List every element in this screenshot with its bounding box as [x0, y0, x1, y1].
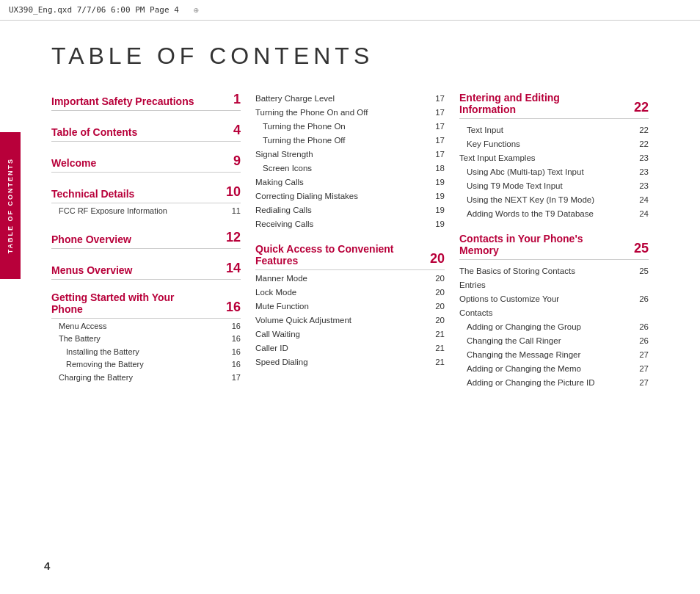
toc-item-add-memo-label: Adding or Changing the Memo — [467, 362, 635, 376]
toc-item-add-memo-page: 27 — [635, 362, 649, 376]
section-phone-overview-label: Phone Overview — [51, 233, 131, 245]
toc-item-menu-access: Menu Access 16 — [51, 320, 241, 333]
toc-item-t9-database: Adding Words to the T9 Database 24 — [459, 207, 649, 221]
toc-item-making-calls: Making Calls 19 — [255, 175, 445, 189]
toc-item-options-customize-page: 26 — [635, 292, 649, 320]
section-quick-access-label: Quick Access to ConvenientFeatures — [255, 243, 394, 267]
toc-item-abc-label: Using Abc (Multi-tap) Text Input — [467, 165, 635, 179]
section-welcome-page: 9 — [233, 153, 241, 169]
col3: Entering and EditingInformation 22 Text … — [459, 92, 663, 393]
toc-item-add-group-page: 26 — [635, 320, 649, 334]
toc-item-add-group-label: Adding or Changing the Group — [467, 320, 635, 334]
page-title: TABLE OF CONTENTS — [51, 43, 663, 70]
toc-item-msg-ringer: Changing the Message Ringer 27 — [459, 348, 649, 362]
main-content: TABLE OF CONTENTS Important Safety Preca… — [22, 21, 685, 594]
toc-item-redialing-label: Redialing Calls — [255, 203, 431, 217]
toc-item-correcting-page: 19 — [431, 189, 445, 203]
toc-item-text-examples: Text Input Examples 23 — [459, 151, 649, 165]
toc-item-call-ringer-page: 26 — [635, 334, 649, 348]
toc-item-abc: Using Abc (Multi-tap) Text Input 23 — [459, 165, 649, 179]
toc-item-t9: Using T9 Mode Text Input 23 — [459, 179, 649, 193]
section-contacts-heading: Contacts in Your Phone'sMemory 25 — [459, 233, 649, 260]
toc-item-key-functions-label: Key Functions — [467, 137, 635, 151]
section-safety-page: 1 — [233, 92, 241, 107]
header-bar: UX390_Eng.qxd 7/7/06 6:00 PM Page 4 ⊕ — [0, 0, 700, 21]
toc-item-screen-icons-page: 18 — [431, 162, 445, 175]
toc-item-making-calls-page: 19 — [431, 175, 445, 189]
section-entering: Entering and EditingInformation 22 Text … — [459, 92, 649, 221]
toc-item-fcc-page: 11 — [226, 205, 241, 218]
toc-item-menu-access-page: 16 — [226, 320, 241, 333]
toc-item-basics-storing-page: 25 — [635, 264, 649, 292]
toc-item-battery-label: The Battery — [59, 333, 226, 346]
toc-item-removing-battery: Removing the Battery 16 — [51, 358, 241, 372]
toc-item-lock-label: Lock Mode — [255, 286, 431, 300]
toc-item-options-customize: Options to Customize YourContacts 26 — [459, 292, 649, 320]
toc-item-battery-charge-label: Battery Charge Level — [255, 92, 431, 106]
toc-item-fcc: FCC RF Exposure Information 11 — [51, 205, 241, 218]
toc-item-abc-page: 23 — [635, 165, 649, 179]
sidebar-tab: TABLE OF CONTENTS — [0, 132, 21, 279]
toc-item-charging-battery-page: 17 — [226, 372, 241, 385]
section-toc-heading: Table of Contents 4 — [51, 123, 241, 142]
section-entering-page: 22 — [634, 100, 649, 115]
toc-item-volume: Volume Quick Adjustment 20 — [255, 314, 445, 327]
toc-item-charging-battery: Charging the Battery 17 — [51, 372, 241, 385]
toc-item-next-key-label: Using the NEXT Key (In T9 Mode) — [467, 193, 635, 207]
toc-item-speed-dialing-label: Speed Dialing — [255, 355, 431, 369]
toc-item-battery-charge: Battery Charge Level 17 — [255, 92, 445, 106]
toc-item-removing-battery-label: Removing the Battery — [66, 358, 226, 372]
toc-item-text-examples-page: 23 — [635, 151, 649, 165]
toc-item-t9-page: 23 — [635, 179, 649, 193]
toc-item-fcc-label: FCC RF Exposure Information — [59, 205, 226, 218]
section-getting-started-heading: Getting Started with YourPhone 16 — [51, 291, 241, 319]
toc-item-receiving-page: 19 — [431, 217, 445, 231]
section-toc: Table of Contents 4 — [51, 123, 241, 142]
col2: Battery Charge Level 17 Turning the Phon… — [255, 92, 459, 393]
toc-item-lock-page: 20 — [431, 286, 445, 300]
section-safety-label: Important Safety Precautions — [51, 95, 194, 107]
toc-item-caller-id: Caller ID 21 — [255, 341, 445, 355]
toc-item-next-key-page: 24 — [635, 193, 649, 207]
toc-item-text-input-label: Text Input — [467, 123, 635, 137]
toc-item-key-functions: Key Functions 22 — [459, 137, 649, 151]
section-contacts-label: Contacts in Your Phone'sMemory — [459, 233, 583, 256]
toc-item-receiving: Receiving Calls 19 — [255, 217, 445, 231]
toc-item-text-input-page: 22 — [635, 123, 649, 137]
toc-item-options-customize-label: Options to Customize YourContacts — [459, 292, 635, 320]
toc-item-call-ringer: Changing the Call Ringer 26 — [459, 334, 649, 348]
toc-item-manner: Manner Mode 20 — [255, 272, 445, 286]
toc-item-add-group: Adding or Changing the Group 26 — [459, 320, 649, 334]
toc-item-t9-database-page: 24 — [635, 207, 649, 221]
toc-item-speed-dialing-page: 21 — [431, 355, 445, 369]
toc-item-call-waiting: Call Waiting 21 — [255, 327, 445, 341]
section-welcome-heading: Welcome 9 — [51, 153, 241, 173]
section-getting-started-page: 16 — [226, 300, 241, 315]
section-welcome: Welcome 9 — [51, 153, 241, 173]
toc-item-manner-page: 20 — [431, 272, 445, 286]
section-battery-continued: Battery Charge Level 17 Turning the Phon… — [255, 92, 445, 231]
toc-item-screen-icons: Screen Icons 18 — [255, 162, 445, 175]
toc-item-redialing: Redialing Calls 19 — [255, 203, 445, 217]
header-text: UX390_Eng.qxd 7/7/06 6:00 PM Page 4 — [9, 5, 179, 15]
toc-item-correcting-label: Correcting Dialing Mistakes — [255, 189, 431, 203]
section-phone-overview-page: 12 — [226, 230, 241, 245]
toc-item-turning-on: Turning the Phone On 17 — [255, 120, 445, 134]
section-quick-access-page: 20 — [430, 251, 445, 267]
toc-item-turning-on-off-label: Turning the Phone On and Off — [255, 106, 431, 120]
toc-item-call-waiting-label: Call Waiting — [255, 327, 431, 341]
section-technical-label: Technical Details — [51, 188, 134, 200]
toc-item-turning-on-page: 17 — [431, 120, 445, 134]
section-safety: Important Safety Precautions 1 — [51, 92, 241, 111]
toc-item-basics-storing: The Basics of Storing ContactsEntries 25 — [459, 264, 649, 292]
toc-item-speed-dialing: Speed Dialing 21 — [255, 355, 445, 369]
toc-item-basics-storing-label: The Basics of Storing ContactsEntries — [459, 264, 635, 292]
section-contacts: Contacts in Your Phone'sMemory 25 The Ba… — [459, 233, 649, 390]
toc-item-t9-label: Using T9 Mode Text Input — [467, 179, 635, 193]
toc-item-manner-label: Manner Mode — [255, 272, 431, 286]
toc-item-volume-page: 20 — [431, 314, 445, 327]
toc-item-battery: The Battery 16 — [51, 333, 241, 346]
toc-item-msg-ringer-label: Changing the Message Ringer — [467, 348, 635, 362]
toc-item-mute-page: 20 — [431, 300, 445, 314]
toc-item-receiving-label: Receiving Calls — [255, 217, 431, 231]
